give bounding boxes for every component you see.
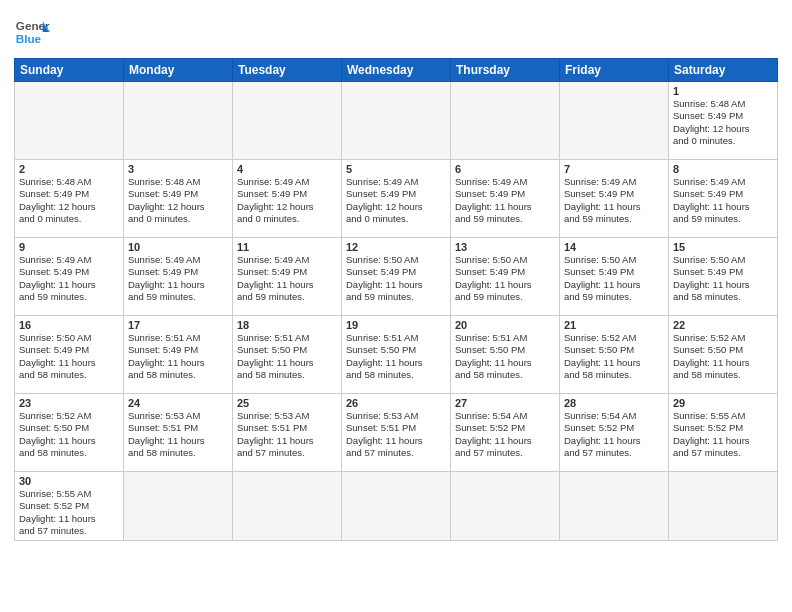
- calendar-cell: [233, 82, 342, 160]
- day-number: 6: [455, 163, 555, 175]
- day-number: 17: [128, 319, 228, 331]
- day-info: Sunrise: 5:52 AM Sunset: 5:50 PM Dayligh…: [564, 332, 664, 381]
- svg-text:Blue: Blue: [16, 32, 42, 45]
- day-number: 27: [455, 397, 555, 409]
- day-number: 26: [346, 397, 446, 409]
- day-number: 18: [237, 319, 337, 331]
- calendar-cell: 22Sunrise: 5:52 AM Sunset: 5:50 PM Dayli…: [669, 316, 778, 394]
- day-info: Sunrise: 5:55 AM Sunset: 5:52 PM Dayligh…: [19, 488, 119, 537]
- day-info: Sunrise: 5:49 AM Sunset: 5:49 PM Dayligh…: [455, 176, 555, 225]
- calendar-cell: 7Sunrise: 5:49 AM Sunset: 5:49 PM Daylig…: [560, 160, 669, 238]
- calendar-cell: 12Sunrise: 5:50 AM Sunset: 5:49 PM Dayli…: [342, 238, 451, 316]
- calendar-cell: [560, 472, 669, 541]
- calendar-cell: 20Sunrise: 5:51 AM Sunset: 5:50 PM Dayli…: [451, 316, 560, 394]
- day-info: Sunrise: 5:50 AM Sunset: 5:49 PM Dayligh…: [564, 254, 664, 303]
- calendar-cell: 26Sunrise: 5:53 AM Sunset: 5:51 PM Dayli…: [342, 394, 451, 472]
- day-number: 28: [564, 397, 664, 409]
- day-number: 13: [455, 241, 555, 253]
- weekday-header-wednesday: Wednesday: [342, 59, 451, 82]
- calendar-cell: [233, 472, 342, 541]
- logo-icon: General Blue: [14, 14, 50, 50]
- weekday-header-tuesday: Tuesday: [233, 59, 342, 82]
- day-number: 29: [673, 397, 773, 409]
- day-number: 7: [564, 163, 664, 175]
- day-info: Sunrise: 5:51 AM Sunset: 5:50 PM Dayligh…: [346, 332, 446, 381]
- day-info: Sunrise: 5:49 AM Sunset: 5:49 PM Dayligh…: [564, 176, 664, 225]
- day-info: Sunrise: 5:48 AM Sunset: 5:49 PM Dayligh…: [673, 98, 773, 147]
- calendar-cell: [669, 472, 778, 541]
- day-info: Sunrise: 5:51 AM Sunset: 5:50 PM Dayligh…: [237, 332, 337, 381]
- calendar-cell: 1Sunrise: 5:48 AM Sunset: 5:49 PM Daylig…: [669, 82, 778, 160]
- day-info: Sunrise: 5:52 AM Sunset: 5:50 PM Dayligh…: [19, 410, 119, 459]
- calendar-cell: [124, 82, 233, 160]
- day-number: 30: [19, 475, 119, 487]
- day-number: 23: [19, 397, 119, 409]
- day-number: 16: [19, 319, 119, 331]
- day-number: 2: [19, 163, 119, 175]
- day-info: Sunrise: 5:51 AM Sunset: 5:49 PM Dayligh…: [128, 332, 228, 381]
- calendar-cell: [342, 82, 451, 160]
- day-info: Sunrise: 5:54 AM Sunset: 5:52 PM Dayligh…: [564, 410, 664, 459]
- calendar-cell: 10Sunrise: 5:49 AM Sunset: 5:49 PM Dayli…: [124, 238, 233, 316]
- calendar-cell: 28Sunrise: 5:54 AM Sunset: 5:52 PM Dayli…: [560, 394, 669, 472]
- calendar-cell: 19Sunrise: 5:51 AM Sunset: 5:50 PM Dayli…: [342, 316, 451, 394]
- day-info: Sunrise: 5:48 AM Sunset: 5:49 PM Dayligh…: [128, 176, 228, 225]
- week-row-4: 23Sunrise: 5:52 AM Sunset: 5:50 PM Dayli…: [15, 394, 778, 472]
- day-number: 12: [346, 241, 446, 253]
- weekday-header-monday: Monday: [124, 59, 233, 82]
- calendar-cell: 21Sunrise: 5:52 AM Sunset: 5:50 PM Dayli…: [560, 316, 669, 394]
- weekday-header-thursday: Thursday: [451, 59, 560, 82]
- calendar-cell: 15Sunrise: 5:50 AM Sunset: 5:49 PM Dayli…: [669, 238, 778, 316]
- calendar-cell: 6Sunrise: 5:49 AM Sunset: 5:49 PM Daylig…: [451, 160, 560, 238]
- calendar-cell: [560, 82, 669, 160]
- weekday-header-sunday: Sunday: [15, 59, 124, 82]
- day-info: Sunrise: 5:50 AM Sunset: 5:49 PM Dayligh…: [455, 254, 555, 303]
- weekday-header-row: SundayMondayTuesdayWednesdayThursdayFrid…: [15, 59, 778, 82]
- week-row-0: 1Sunrise: 5:48 AM Sunset: 5:49 PM Daylig…: [15, 82, 778, 160]
- day-number: 22: [673, 319, 773, 331]
- day-info: Sunrise: 5:53 AM Sunset: 5:51 PM Dayligh…: [237, 410, 337, 459]
- day-info: Sunrise: 5:48 AM Sunset: 5:49 PM Dayligh…: [19, 176, 119, 225]
- day-number: 25: [237, 397, 337, 409]
- week-row-5: 30Sunrise: 5:55 AM Sunset: 5:52 PM Dayli…: [15, 472, 778, 541]
- day-number: 21: [564, 319, 664, 331]
- day-info: Sunrise: 5:50 AM Sunset: 5:49 PM Dayligh…: [346, 254, 446, 303]
- weekday-header-saturday: Saturday: [669, 59, 778, 82]
- calendar-cell: 3Sunrise: 5:48 AM Sunset: 5:49 PM Daylig…: [124, 160, 233, 238]
- day-number: 19: [346, 319, 446, 331]
- calendar-cell: [124, 472, 233, 541]
- day-info: Sunrise: 5:49 AM Sunset: 5:49 PM Dayligh…: [19, 254, 119, 303]
- day-info: Sunrise: 5:55 AM Sunset: 5:52 PM Dayligh…: [673, 410, 773, 459]
- day-info: Sunrise: 5:51 AM Sunset: 5:50 PM Dayligh…: [455, 332, 555, 381]
- day-number: 5: [346, 163, 446, 175]
- calendar-cell: 17Sunrise: 5:51 AM Sunset: 5:49 PM Dayli…: [124, 316, 233, 394]
- day-number: 20: [455, 319, 555, 331]
- day-info: Sunrise: 5:49 AM Sunset: 5:49 PM Dayligh…: [237, 254, 337, 303]
- calendar-cell: [15, 82, 124, 160]
- week-row-2: 9Sunrise: 5:49 AM Sunset: 5:49 PM Daylig…: [15, 238, 778, 316]
- day-number: 24: [128, 397, 228, 409]
- calendar-cell: 18Sunrise: 5:51 AM Sunset: 5:50 PM Dayli…: [233, 316, 342, 394]
- calendar-cell: 13Sunrise: 5:50 AM Sunset: 5:49 PM Dayli…: [451, 238, 560, 316]
- calendar-cell: 5Sunrise: 5:49 AM Sunset: 5:49 PM Daylig…: [342, 160, 451, 238]
- day-info: Sunrise: 5:50 AM Sunset: 5:49 PM Dayligh…: [673, 254, 773, 303]
- day-info: Sunrise: 5:54 AM Sunset: 5:52 PM Dayligh…: [455, 410, 555, 459]
- day-info: Sunrise: 5:53 AM Sunset: 5:51 PM Dayligh…: [346, 410, 446, 459]
- calendar-cell: 23Sunrise: 5:52 AM Sunset: 5:50 PM Dayli…: [15, 394, 124, 472]
- calendar: SundayMondayTuesdayWednesdayThursdayFrid…: [14, 58, 778, 541]
- day-info: Sunrise: 5:53 AM Sunset: 5:51 PM Dayligh…: [128, 410, 228, 459]
- calendar-cell: 2Sunrise: 5:48 AM Sunset: 5:49 PM Daylig…: [15, 160, 124, 238]
- calendar-cell: 29Sunrise: 5:55 AM Sunset: 5:52 PM Dayli…: [669, 394, 778, 472]
- calendar-cell: [451, 472, 560, 541]
- day-info: Sunrise: 5:49 AM Sunset: 5:49 PM Dayligh…: [128, 254, 228, 303]
- day-info: Sunrise: 5:52 AM Sunset: 5:50 PM Dayligh…: [673, 332, 773, 381]
- week-row-1: 2Sunrise: 5:48 AM Sunset: 5:49 PM Daylig…: [15, 160, 778, 238]
- week-row-3: 16Sunrise: 5:50 AM Sunset: 5:49 PM Dayli…: [15, 316, 778, 394]
- calendar-cell: 14Sunrise: 5:50 AM Sunset: 5:49 PM Dayli…: [560, 238, 669, 316]
- calendar-cell: 4Sunrise: 5:49 AM Sunset: 5:49 PM Daylig…: [233, 160, 342, 238]
- day-number: 8: [673, 163, 773, 175]
- day-info: Sunrise: 5:49 AM Sunset: 5:49 PM Dayligh…: [346, 176, 446, 225]
- calendar-cell: [342, 472, 451, 541]
- day-number: 14: [564, 241, 664, 253]
- day-info: Sunrise: 5:49 AM Sunset: 5:49 PM Dayligh…: [237, 176, 337, 225]
